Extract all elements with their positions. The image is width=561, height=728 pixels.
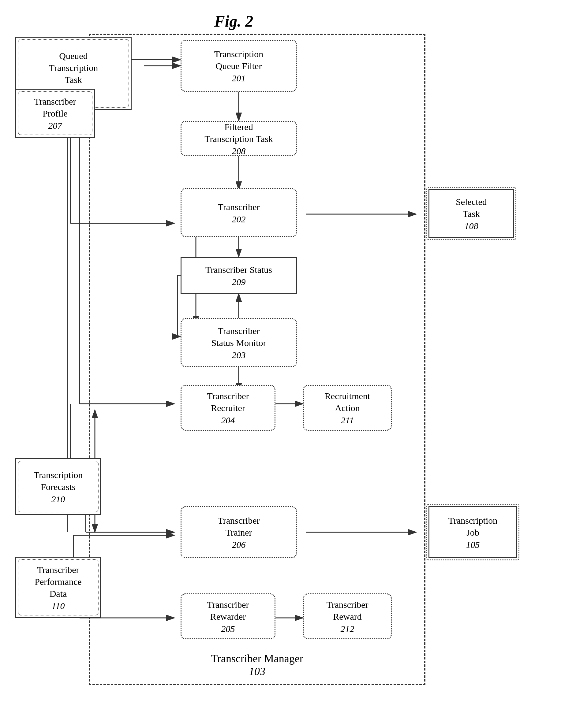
queue-filter-node: Transcription Queue Filter 201 <box>180 40 297 92</box>
selected-task-node: Selected Task 108 <box>429 189 514 238</box>
diagram: Fig. 2 Transcriber Manager 103 <box>0 0 561 728</box>
queued-task-label: Queued Transcription Task <box>49 50 98 86</box>
rewarder-node: Transcriber Rewarder 205 <box>180 593 275 639</box>
transcriber-perf-data-label: Transcriber Performance Data <box>35 564 81 600</box>
recruitment-action-label: Recruitment Action <box>325 390 370 414</box>
selected-task-label: Selected Task <box>456 196 487 220</box>
status-monitor-label: Transcriber Status Monitor <box>211 325 266 349</box>
transcription-job-label: Transcription Job <box>448 514 498 538</box>
selected-task-num: 108 <box>465 221 478 231</box>
rewarder-label: Transcriber Rewarder <box>207 599 249 622</box>
transcriber-node: Transcriber 202 <box>180 188 297 237</box>
recruitment-action-node: Recruitment Action 211 <box>303 385 392 431</box>
transcriber-reward-label: Transcriber Reward <box>326 599 368 622</box>
transcriber-status-label: Transcriber Status <box>205 264 272 276</box>
transcription-forecasts-label: Transcription Forecasts <box>34 469 83 493</box>
filtered-task-node: Filtered Transcription Task 208 <box>180 121 297 156</box>
filtered-task-label: Filtered Transcription Task <box>204 121 273 145</box>
transcriber-profile-node: Transcriber Profile 207 <box>15 89 95 138</box>
recruiter-num: 204 <box>221 415 235 425</box>
queue-filter-num: 201 <box>232 73 246 84</box>
transcriber-profile-label: Transcriber Profile <box>34 95 76 119</box>
transcriber-status-node: Transcriber Status 209 <box>180 257 297 294</box>
transcriber-perf-data-node: Transcriber Performance Data 110 <box>15 557 101 618</box>
transcriber-reward-num: 212 <box>341 624 355 634</box>
trainer-node: Transcriber Trainer 206 <box>180 506 297 558</box>
transcription-job-node: Transcription Job 105 <box>429 506 517 558</box>
trainer-num: 206 <box>232 540 246 550</box>
filtered-task-num: 208 <box>232 146 246 156</box>
rewarder-num: 205 <box>221 624 235 634</box>
recruiter-label: Transcriber Recruiter <box>207 390 249 414</box>
manager-label: Transcriber Manager 103 <box>90 652 424 678</box>
recruitment-action-num: 211 <box>341 415 354 425</box>
trainer-label: Transcriber Trainer <box>217 514 259 538</box>
status-monitor-num: 203 <box>232 350 246 360</box>
transcriber-profile-num: 207 <box>48 121 62 131</box>
transcription-forecasts-num: 210 <box>51 494 65 504</box>
transcriber-num: 202 <box>232 214 246 225</box>
status-monitor-node: Transcriber Status Monitor 203 <box>180 318 297 367</box>
transcriber-perf-data-num: 110 <box>52 601 65 611</box>
transcriber-reward-node: Transcriber Reward 212 <box>303 593 392 639</box>
figure-title: Fig. 2 <box>214 12 253 30</box>
transcription-forecasts-node: Transcription Forecasts 210 <box>15 458 101 515</box>
transcriber-status-num: 209 <box>232 277 246 287</box>
transcription-job-num: 105 <box>466 540 480 550</box>
queue-filter-label: Transcription Queue Filter <box>214 48 263 72</box>
transcriber-label: Transcriber <box>217 201 259 213</box>
recruiter-node: Transcriber Recruiter 204 <box>180 385 275 431</box>
